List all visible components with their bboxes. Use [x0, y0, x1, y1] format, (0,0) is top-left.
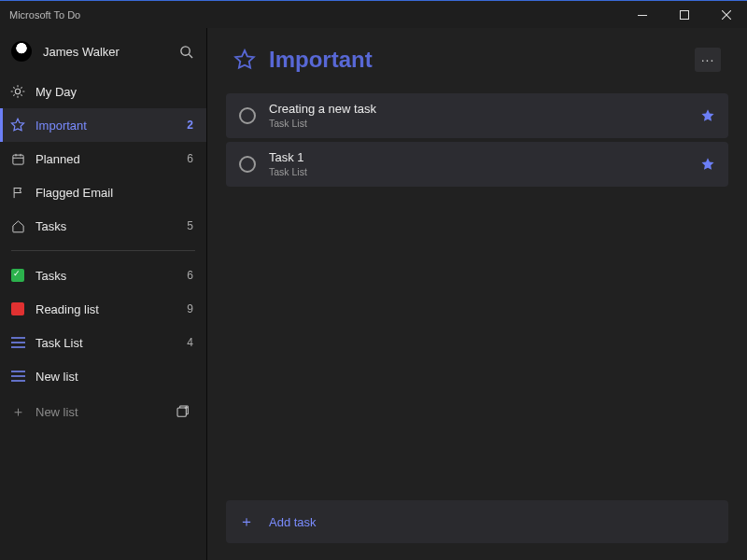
task-sublabel: Task List: [269, 166, 700, 178]
star-icon[interactable]: [700, 108, 715, 123]
sidebar-item-label: Flagged Email: [35, 186, 193, 200]
svg-rect-1: [680, 11, 688, 20]
sidebar-item-label: Tasks: [35, 269, 187, 283]
main-pane: Important ··· Creating a new task Task L…: [207, 28, 747, 560]
home-icon: [0, 219, 35, 233]
list-lines-icon: [0, 371, 35, 382]
sidebar-item-flagged[interactable]: Flagged Email: [0, 175, 206, 209]
new-list-label: New list: [35, 405, 167, 419]
star-icon: [0, 118, 35, 133]
list-lines-icon: [0, 337, 35, 348]
window-controls: [621, 1, 747, 28]
task-title: Creating a new task: [269, 102, 700, 117]
sidebar-item-label: Reading list: [35, 302, 187, 316]
list-color-icon: [0, 302, 35, 315]
main-header: Important ···: [207, 28, 747, 86]
complete-checkbox[interactable]: [239, 156, 256, 173]
task-row[interactable]: Task 1 Task List: [226, 142, 728, 187]
plus-icon: ＋: [239, 512, 254, 532]
sidebar-item-count: 9: [187, 302, 193, 315]
page-title: Important: [269, 47, 695, 73]
search-icon[interactable]: [179, 45, 193, 59]
app-body: James Walker My Day Important 2 Planned: [0, 28, 747, 560]
plus-icon: ＋: [0, 403, 35, 421]
sidebar-list-tasklist[interactable]: Task List 4: [0, 326, 206, 359]
complete-checkbox[interactable]: [239, 107, 256, 124]
avatar: [11, 41, 32, 62]
add-task-label: Add task: [269, 515, 317, 529]
sidebar-item-count: 5: [187, 219, 193, 232]
svg-point-2: [181, 46, 190, 54]
more-options-button[interactable]: ···: [695, 48, 721, 72]
svg-rect-0: [638, 15, 647, 16]
task-text: Creating a new task Task List: [269, 102, 700, 129]
sidebar-item-important[interactable]: Important 2: [0, 108, 206, 142]
task-sublabel: Task List: [269, 118, 700, 130]
sidebar-item-count: 6: [187, 269, 193, 282]
sidebar-list-reading[interactable]: Reading list 9: [0, 292, 206, 326]
sidebar-item-label: Important: [35, 119, 187, 133]
calendar-icon: [0, 152, 35, 166]
star-icon[interactable]: [700, 157, 715, 172]
sidebar-list-newlist[interactable]: New list: [0, 359, 206, 393]
app-title: Microsoft To Do: [0, 9, 621, 21]
sidebar-item-planned[interactable]: Planned 6: [0, 142, 206, 175]
minimize-button[interactable]: [621, 1, 663, 29]
titlebar: Microsoft To Do: [0, 0, 747, 28]
sidebar-item-tasks[interactable]: Tasks 5: [0, 209, 206, 243]
new-group-button[interactable]: [167, 398, 199, 426]
sidebar-item-label: New list: [35, 370, 193, 384]
sidebar-item-label: Planned: [35, 152, 187, 166]
sidebar-item-label: Task List: [35, 336, 187, 350]
sidebar: James Walker My Day Important 2 Planned: [0, 28, 207, 560]
sun-icon: [0, 84, 35, 99]
sidebar-item-label: Tasks: [35, 219, 187, 233]
sidebar-item-myday[interactable]: My Day: [0, 75, 206, 108]
user-name: James Walker: [43, 45, 179, 59]
sidebar-list-tasks[interactable]: Tasks 6: [0, 259, 206, 292]
task-row[interactable]: Creating a new task Task List: [226, 93, 728, 138]
new-list-row[interactable]: ＋ New list: [0, 393, 206, 430]
list-color-icon: [0, 269, 35, 282]
svg-point-3: [15, 89, 20, 93]
user-row[interactable]: James Walker: [0, 28, 206, 75]
sidebar-item-count: 4: [187, 336, 193, 349]
flag-icon: [0, 186, 35, 200]
add-task-input[interactable]: ＋ Add task: [226, 500, 728, 543]
task-list: Creating a new task Task List Task 1 Tas…: [207, 86, 747, 500]
task-title: Task 1: [269, 150, 700, 165]
star-icon: [233, 49, 256, 71]
svg-rect-5: [177, 408, 186, 416]
maximize-button[interactable]: [663, 1, 705, 29]
close-button[interactable]: [705, 1, 747, 29]
sidebar-item-count: 2: [187, 119, 193, 132]
sidebar-item-label: My Day: [35, 85, 193, 99]
svg-rect-4: [12, 155, 22, 164]
sidebar-divider: [11, 250, 195, 251]
sidebar-item-count: 6: [187, 152, 193, 165]
task-text: Task 1 Task List: [269, 150, 700, 177]
